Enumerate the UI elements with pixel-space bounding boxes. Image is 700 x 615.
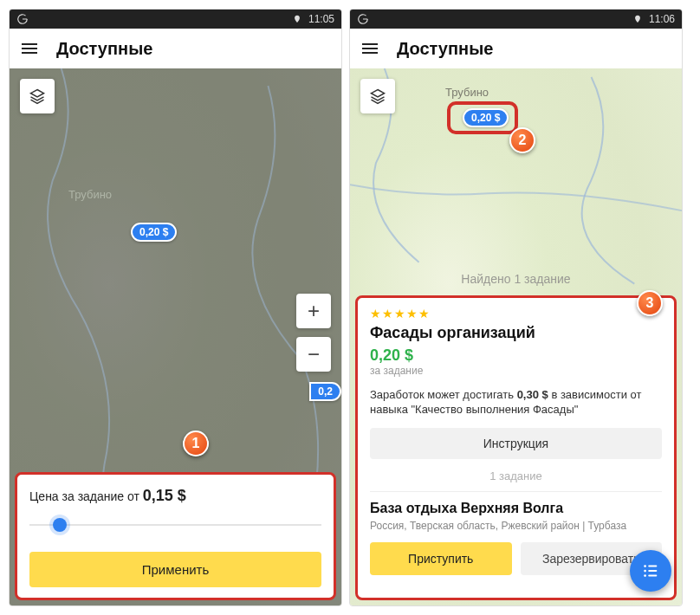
app-header: Доступные	[10, 29, 341, 68]
instruction-button[interactable]: Инструкция	[370, 428, 662, 459]
map-area[interactable]: Трубино 0,20 $ 0,2 + − Цена за задание о…	[10, 68, 341, 605]
status-bar: 11:06	[350, 10, 682, 29]
found-count: Найдено 1 задание	[350, 272, 682, 286]
price-pin-partial: 0,2	[309, 382, 341, 401]
svg-rect-3	[648, 570, 657, 572]
menu-icon[interactable]	[362, 43, 378, 54]
task-price-caption: за задание	[370, 365, 662, 377]
layers-button[interactable]	[20, 79, 55, 113]
list-fab[interactable]	[630, 550, 671, 592]
svg-rect-5	[648, 575, 657, 577]
layers-icon	[29, 87, 46, 105]
phone-left: 11:05 Доступные Трубино 0,20 $ 0,2 + − Ц…	[9, 9, 342, 606]
location-icon	[633, 15, 642, 23]
svg-point-2	[644, 570, 646, 573]
zoom-in-button[interactable]: +	[296, 294, 331, 328]
task-card: ★★★★★ Фасады организаций 0,20 $ за задан…	[355, 295, 677, 600]
annotation-frame-pin	[447, 101, 518, 134]
layers-button[interactable]	[360, 79, 395, 113]
annotation-badge-1: 1	[183, 430, 209, 456]
location-icon	[293, 15, 301, 23]
price-slider[interactable]	[29, 524, 321, 526]
annotation-badge-2: 2	[509, 127, 535, 153]
page-title: Доступные	[397, 39, 493, 59]
price-filter-label: Цена за задание от 0,15 $	[29, 487, 321, 505]
google-icon	[357, 13, 369, 25]
map-place-label: Трубино	[445, 86, 489, 99]
list-icon	[641, 561, 660, 580]
task-title: Фасады организаций	[370, 324, 662, 343]
place-subtitle: Россия, Тверская область, Ржевский район…	[370, 520, 662, 532]
task-count: 1 задание	[370, 463, 662, 492]
map-area[interactable]: Трубино 0,20 $ 2 Найдено 1 задание ★★★★★…	[350, 68, 682, 605]
price-pin[interactable]: 0,20 $	[131, 223, 177, 242]
rating-stars: ★★★★★	[370, 307, 662, 320]
map-place-label: Трубино	[68, 188, 112, 201]
svg-point-0	[644, 565, 646, 567]
clock-text: 11:05	[308, 13, 334, 25]
action-row: Приступить Зарезервировать	[370, 542, 662, 575]
zoom-out-button[interactable]: −	[296, 337, 331, 372]
phone-right: 11:06 Доступные Трубино 0,20 $ 2 Найдено…	[349, 9, 683, 606]
annotation-badge-3: 3	[637, 290, 663, 316]
slider-thumb[interactable]	[53, 518, 67, 532]
apply-button[interactable]: Применить	[29, 552, 321, 587]
google-icon	[16, 13, 29, 25]
page-title: Доступные	[56, 39, 152, 59]
clock-text: 11:06	[649, 13, 675, 25]
task-description: Заработок может достигать 0,30 $ в завис…	[370, 387, 662, 418]
menu-icon[interactable]	[22, 43, 37, 54]
app-header: Доступные	[350, 29, 682, 68]
svg-rect-1	[648, 566, 657, 567]
price-filter-value: 0,15 $	[143, 487, 186, 504]
start-button[interactable]: Приступить	[370, 542, 512, 575]
place-title: База отдыха Верхняя Волга	[370, 501, 662, 516]
svg-point-4	[644, 574, 646, 577]
price-filter-panel: Цена за задание от 0,15 $ Применить	[15, 472, 336, 600]
status-bar: 11:05	[10, 10, 341, 29]
layers-icon	[369, 87, 386, 105]
task-price: 0,20 $	[370, 346, 662, 365]
